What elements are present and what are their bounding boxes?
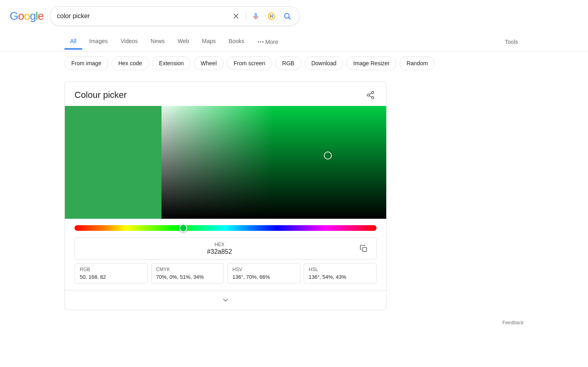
- hsl-value: 136°, 54%, 43%: [309, 274, 372, 280]
- nav-item-all[interactable]: All: [64, 34, 82, 50]
- nav-item-news[interactable]: News: [145, 34, 170, 50]
- color-values: RGB 50, 168, 82 CMYK 70%, 0%, 51%, 34% H…: [75, 263, 377, 284]
- share-button[interactable]: [364, 89, 377, 101]
- gradient-background: [161, 106, 386, 219]
- hsl-label: HSL: [309, 267, 372, 272]
- google-logo[interactable]: Google: [10, 10, 43, 23]
- chip-hex-code[interactable]: Hex code: [112, 56, 149, 70]
- copy-icon: [359, 244, 368, 253]
- svg-rect-8: [362, 247, 366, 251]
- nav-item-videos[interactable]: Videos: [115, 34, 143, 50]
- cmyk-label: CMYK: [156, 267, 219, 272]
- chevron-down-icon: [222, 296, 230, 304]
- hex-label: HEX: [215, 242, 225, 247]
- logo-g: G: [10, 10, 18, 23]
- svg-point-2: [258, 41, 259, 42]
- logo-e: e: [38, 10, 44, 23]
- chip-download[interactable]: Download: [304, 56, 343, 70]
- svg-point-3: [260, 41, 261, 42]
- search-icons: [230, 10, 293, 22]
- chip-image-resizer[interactable]: Image Resizer: [346, 56, 396, 70]
- logo-g2: g: [30, 10, 36, 23]
- cmyk-value: 70%, 0%, 51%, 34%: [156, 274, 219, 280]
- expand-section[interactable]: [65, 290, 386, 310]
- feedback-link[interactable]: Feedback: [502, 320, 524, 326]
- search-bar: [50, 6, 300, 26]
- color-gradient[interactable]: [161, 106, 386, 219]
- hue-thumb[interactable]: [179, 224, 187, 232]
- rgb-value: 50, 168, 82: [80, 274, 143, 280]
- chips-container: From image Hex code Extension Wheel From…: [0, 52, 588, 75]
- clear-button[interactable]: [230, 10, 242, 22]
- share-icon: [366, 91, 375, 100]
- nav-item-books[interactable]: Books: [223, 34, 250, 50]
- nav-item-maps[interactable]: Maps: [197, 34, 222, 50]
- tools-button[interactable]: Tools: [499, 35, 524, 49]
- hex-content: HEX #32a852: [81, 242, 358, 255]
- rgb-box[interactable]: RGB 50, 168, 82: [75, 263, 148, 284]
- chip-from-screen[interactable]: From screen: [227, 56, 272, 70]
- color-picker-card: Colour picker: [64, 81, 387, 310]
- microphone-icon: [252, 12, 260, 20]
- lens-icon: [267, 12, 276, 21]
- svg-point-4: [262, 41, 263, 42]
- rgb-label: RGB: [80, 267, 143, 272]
- hsv-label: HSV: [232, 267, 295, 272]
- search-input[interactable]: [57, 12, 226, 20]
- chip-extension[interactable]: Extension: [152, 56, 190, 70]
- more-label: More: [265, 39, 278, 45]
- nav-item-images[interactable]: Images: [84, 34, 114, 50]
- close-icon: [232, 12, 240, 20]
- hue-slider-container: [65, 219, 386, 234]
- navigation: All Images Videos News Web Maps Books Mo…: [0, 32, 588, 52]
- header: Google: [0, 0, 588, 32]
- voice-search-button[interactable]: [250, 10, 261, 22]
- chip-wheel[interactable]: Wheel: [194, 56, 224, 70]
- card-container: Colour picker: [0, 75, 588, 317]
- nav-item-web[interactable]: Web: [172, 34, 195, 50]
- hsv-box[interactable]: HSV 136°, 70%, 66%: [227, 263, 300, 284]
- svg-point-7: [372, 97, 374, 99]
- color-preview: [65, 106, 161, 219]
- nav-more-button[interactable]: More: [252, 35, 284, 49]
- hue-track[interactable]: [75, 225, 377, 231]
- cmyk-box[interactable]: CMYK 70%, 0%, 51%, 34%: [151, 263, 224, 284]
- svg-point-6: [367, 94, 370, 96]
- hsl-box[interactable]: HSL 136°, 54%, 43%: [304, 263, 377, 284]
- dots-icon: [257, 39, 264, 45]
- card-header: Colour picker: [65, 82, 386, 106]
- lens-button[interactable]: [265, 10, 277, 22]
- chip-random[interactable]: Random: [400, 56, 435, 70]
- feedback-container: Feedback: [0, 317, 588, 329]
- hsv-value: 136°, 70%, 66%: [232, 274, 295, 280]
- search-icon: [283, 12, 291, 20]
- search-button[interactable]: [282, 10, 293, 22]
- svg-point-5: [372, 91, 374, 94]
- hex-value: #32a852: [207, 248, 232, 255]
- color-picker-area[interactable]: [65, 106, 386, 219]
- logo-o2: o: [24, 10, 30, 23]
- chip-from-image[interactable]: From image: [64, 56, 108, 70]
- logo-o1: o: [18, 10, 24, 23]
- hex-section: HEX #32a852: [75, 237, 377, 260]
- divider: [246, 11, 246, 21]
- card-title: Colour picker: [75, 90, 127, 100]
- chip-rgb[interactable]: RGB: [275, 56, 301, 70]
- copy-hex-button[interactable]: [358, 243, 370, 255]
